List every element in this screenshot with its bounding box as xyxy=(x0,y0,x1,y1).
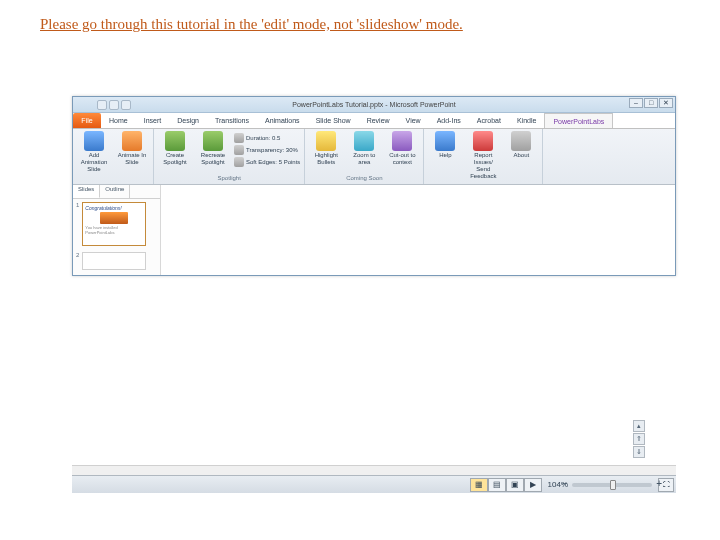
about-icon xyxy=(511,131,531,151)
spotlight-recreate-icon xyxy=(203,131,223,151)
report-icon xyxy=(473,131,493,151)
maximize-button[interactable]: □ xyxy=(644,98,658,108)
titlebar: PowerPointLabs Tutorial.pptx - Microsoft… xyxy=(73,97,675,113)
scroll-up-icon[interactable]: ▴ xyxy=(633,420,645,432)
pptlabs-logo-icon xyxy=(100,212,128,224)
zoom-to-area-button[interactable]: Zoom to area xyxy=(347,131,381,166)
zoom-icon xyxy=(354,131,374,151)
highlight-icon xyxy=(316,131,336,151)
add-animation-slide-button[interactable]: Add Animation Slide xyxy=(77,131,111,173)
animation-slide-icon xyxy=(84,131,104,151)
sorter-view-button[interactable]: ▤ xyxy=(488,478,506,492)
tab-slideshow[interactable]: Slide Show xyxy=(308,113,359,128)
reading-view-button[interactable]: ▣ xyxy=(506,478,524,492)
soft-edges-icon xyxy=(234,157,244,167)
tab-acrobat[interactable]: Acrobat xyxy=(469,113,509,128)
ribbon-group-coming-soon: Highlight Bullets Zoom to area Cut-out t… xyxy=(305,129,424,184)
slideshow-view-button[interactable]: ▶ xyxy=(524,478,542,492)
tab-design[interactable]: Design xyxy=(169,113,207,128)
tab-addins[interactable]: Add-Ins xyxy=(429,113,469,128)
scroll-prev-slide-icon[interactable]: ⇑ xyxy=(633,433,645,445)
qat-redo-icon[interactable] xyxy=(121,100,131,110)
slide-canvas[interactable] xyxy=(161,185,675,275)
ribbon: Add Animation Slide Animate In Slide Cre… xyxy=(73,129,675,185)
spotlight-create-icon xyxy=(165,131,185,151)
window-title: PowerPointLabs Tutorial.pptx - Microsoft… xyxy=(292,101,455,108)
view-buttons: ▦ ▤ ▣ ▶ xyxy=(470,478,542,492)
slide-thumbnail-1[interactable]: 1 Congratulations! You have installed Po… xyxy=(73,199,160,249)
thumbnail-preview-2 xyxy=(82,252,146,270)
normal-view-button[interactable]: ▦ xyxy=(470,478,488,492)
animate-in-slide-button[interactable]: Animate In Slide xyxy=(115,131,149,166)
transparency-field[interactable]: Transparency: 30% xyxy=(234,145,300,155)
tab-review[interactable]: Review xyxy=(359,113,398,128)
vertical-scroll-controls: ▴ ⇑ ⇓ xyxy=(633,420,647,459)
zoom-out-icon[interactable]: − xyxy=(562,478,568,489)
instruction-text: Please go through this tutorial in the '… xyxy=(0,0,720,33)
duration-field[interactable]: Duration: 0.5 xyxy=(234,133,300,143)
tab-home[interactable]: Home xyxy=(101,113,136,128)
duration-icon xyxy=(234,133,244,143)
report-issues-button[interactable]: Report Issues/ Send Feedback xyxy=(466,131,500,180)
cutout-icon xyxy=(392,131,412,151)
ribbon-group-spotlight: Create Spotlight Recreate Spotlight Dura… xyxy=(154,129,305,184)
powerpoint-window: PowerPointLabs Tutorial.pptx - Microsoft… xyxy=(72,96,676,276)
highlight-bullets-button[interactable]: Highlight Bullets xyxy=(309,131,343,166)
minimize-button[interactable]: – xyxy=(629,98,643,108)
cut-out-button[interactable]: Cut-out to context xyxy=(385,131,419,166)
transparency-icon xyxy=(234,145,244,155)
slides-tab[interactable]: Slides xyxy=(73,185,100,198)
file-tab[interactable]: File xyxy=(73,113,101,128)
soft-edges-field[interactable]: Soft Edges: 5 Points xyxy=(234,157,300,167)
ribbon-tabs: File Home Insert Design Transitions Anim… xyxy=(73,113,675,129)
about-button[interactable]: About xyxy=(504,131,538,159)
ribbon-group-help: Help Report Issues/ Send Feedback About xyxy=(424,129,543,184)
slides-pane: Slides Outline 1 Congratulations! You ha… xyxy=(73,185,161,275)
tab-kindle[interactable]: Kindle xyxy=(509,113,544,128)
close-button[interactable]: ✕ xyxy=(659,98,673,108)
tab-transitions[interactable]: Transitions xyxy=(207,113,257,128)
zoom-in-icon[interactable]: + xyxy=(656,478,662,489)
scroll-next-slide-icon[interactable]: ⇓ xyxy=(633,446,645,458)
help-button[interactable]: Help xyxy=(428,131,462,159)
workspace: Slides Outline 1 Congratulations! You ha… xyxy=(73,185,675,275)
qat-undo-icon[interactable] xyxy=(109,100,119,110)
slide-thumbnail-2[interactable]: 2 xyxy=(73,249,160,273)
tab-powerpointlabs[interactable]: PowerPointLabs xyxy=(544,113,613,128)
recreate-spotlight-button[interactable]: Recreate Spotlight xyxy=(196,131,230,166)
ribbon-group-animation: Add Animation Slide Animate In Slide xyxy=(73,129,154,184)
outline-tab[interactable]: Outline xyxy=(100,185,130,198)
thumbnail-preview-1: Congratulations! You have installed Powe… xyxy=(82,202,146,246)
statusbar: ▦ ▤ ▣ ▶ 104% − + ⛶ xyxy=(72,475,676,493)
animate-in-icon xyxy=(122,131,142,151)
tab-view[interactable]: View xyxy=(398,113,429,128)
help-icon xyxy=(435,131,455,151)
create-spotlight-button[interactable]: Create Spotlight xyxy=(158,131,192,166)
quick-access-toolbar xyxy=(97,100,131,110)
tab-animations[interactable]: Animations xyxy=(257,113,308,128)
zoom-handle[interactable] xyxy=(610,480,616,490)
zoom-slider[interactable]: − + xyxy=(572,483,652,487)
qat-save-icon[interactable] xyxy=(97,100,107,110)
bottom-chrome: ▦ ▤ ▣ ▶ 104% − + ⛶ xyxy=(72,465,676,493)
tab-insert[interactable]: Insert xyxy=(136,113,170,128)
